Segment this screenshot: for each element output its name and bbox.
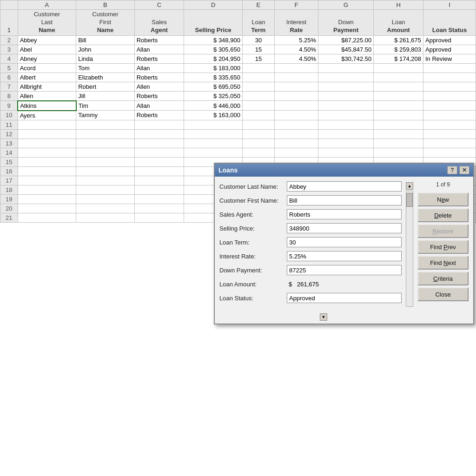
cell-i[interactable]	[423, 111, 476, 120]
find-prev-button[interactable]: Find Prev	[417, 240, 469, 254]
input-lt[interactable]	[287, 237, 402, 247]
cell-g[interactable]	[318, 91, 374, 101]
cell-i[interactable]	[423, 139, 476, 148]
cell-g[interactable]	[318, 139, 374, 148]
cell-c[interactable]: Roberts	[134, 111, 184, 120]
cell-h[interactable]: $ 174,208	[374, 54, 423, 63]
cell-c[interactable]: Roberts	[134, 35, 184, 45]
cell-c[interactable]	[134, 176, 184, 185]
cell-d[interactable]: $ 305,650	[184, 45, 243, 54]
cell-a[interactable]	[18, 139, 76, 148]
cell-h[interactable]	[374, 139, 423, 148]
col-header-c[interactable]: C	[134, 0, 184, 10]
input-ls[interactable]	[287, 293, 402, 303]
input-cfn[interactable]	[287, 195, 402, 205]
row-number[interactable]: 18	[0, 185, 18, 194]
cell-g[interactable]	[318, 63, 374, 73]
cell-i[interactable]	[423, 101, 476, 111]
cell-a[interactable]: Abbey	[18, 35, 76, 45]
cell-g[interactable]	[318, 129, 374, 139]
cell-d[interactable]: $ 335,650	[184, 73, 243, 82]
cell-i[interactable]	[423, 73, 476, 82]
cell-f[interactable]	[274, 63, 318, 73]
cell-c[interactable]	[134, 166, 184, 176]
cell-h[interactable]	[374, 120, 423, 129]
cell-f[interactable]: 4.50%	[274, 54, 318, 63]
row-number[interactable]: 5	[0, 63, 18, 73]
row-number[interactable]: 13	[0, 139, 18, 148]
row-number[interactable]: 6	[0, 73, 18, 82]
row-number[interactable]: 17	[0, 176, 18, 185]
cell-b[interactable]: Jill	[76, 91, 135, 101]
cell-h[interactable]	[374, 73, 423, 82]
cell-h[interactable]	[374, 111, 423, 120]
cell-d[interactable]	[184, 129, 243, 139]
cell-e[interactable]	[242, 120, 274, 129]
cell-a[interactable]	[18, 204, 76, 213]
row-number[interactable]: 9	[0, 101, 18, 111]
cell-f[interactable]: 5.25%	[274, 35, 318, 45]
cell-a[interactable]: Ayers	[18, 111, 76, 120]
row-number[interactable]: 10	[0, 111, 18, 120]
cell-b[interactable]	[76, 176, 135, 185]
cell-d[interactable]: $ 183,000	[184, 63, 243, 73]
cell-a[interactable]	[18, 120, 76, 129]
cell-a[interactable]: Abney	[18, 54, 76, 63]
scroll-down-arrow[interactable]: ▼	[320, 313, 327, 321]
scroll-track[interactable]	[406, 191, 413, 307]
cell-f[interactable]	[274, 129, 318, 139]
cell-e[interactable]: 30	[242, 35, 274, 45]
cell-e[interactable]: 15	[242, 54, 274, 63]
find-next-button[interactable]: Find Next	[417, 256, 469, 270]
restore-button[interactable]: Restore	[417, 224, 469, 238]
cell-i[interactable]	[423, 82, 476, 91]
input-sa[interactable]	[287, 209, 402, 219]
cell-a[interactable]: Acord	[18, 63, 76, 73]
col-header-e[interactable]: E	[242, 0, 274, 10]
cell-g[interactable]	[318, 101, 374, 111]
row-number[interactable]: 21	[0, 213, 18, 222]
row-number[interactable]: 14	[0, 148, 18, 157]
cell-b[interactable]: Linda	[76, 54, 135, 63]
input-sp[interactable]	[287, 223, 402, 233]
cell-i[interactable]	[423, 120, 476, 129]
cell-h[interactable]	[374, 129, 423, 139]
cell-c[interactable]	[134, 139, 184, 148]
cell-d[interactable]: $ 204,950	[184, 54, 243, 63]
col-header-g[interactable]: G	[318, 0, 374, 10]
cell-f[interactable]: 4.50%	[274, 45, 318, 54]
cell-i[interactable]: Approved	[423, 45, 476, 54]
cell-b[interactable]	[76, 148, 135, 157]
cell-e[interactable]	[242, 101, 274, 111]
cell-a[interactable]: Allen	[18, 91, 76, 101]
scroll-up-arrow[interactable]: ▲	[406, 182, 413, 190]
input-ir[interactable]	[287, 251, 402, 261]
cell-g[interactable]	[318, 148, 374, 157]
cell-e[interactable]	[242, 82, 274, 91]
cell-i[interactable]	[423, 148, 476, 157]
cell-a[interactable]	[18, 176, 76, 185]
cell-h[interactable]	[374, 101, 423, 111]
row-number[interactable]: 2	[0, 35, 18, 45]
cell-b[interactable]: Tammy	[76, 111, 135, 120]
cell-b[interactable]	[76, 157, 135, 166]
cell-h[interactable]	[374, 82, 423, 91]
cell-i[interactable]	[423, 91, 476, 101]
cell-b[interactable]: Tom	[76, 63, 135, 73]
cell-a[interactable]	[18, 148, 76, 157]
cell-e[interactable]	[242, 73, 274, 82]
cell-a[interactable]	[18, 213, 76, 222]
cell-b[interactable]: Tim	[76, 101, 135, 111]
cell-a[interactable]	[18, 185, 76, 194]
cell-b[interactable]	[76, 204, 135, 213]
col-header-h[interactable]: H	[374, 0, 423, 10]
row-number[interactable]: 4	[0, 54, 18, 63]
row-number[interactable]: 20	[0, 204, 18, 213]
row-number[interactable]: 7	[0, 82, 18, 91]
cell-g[interactable]: $45,847.50	[318, 45, 374, 54]
cell-d[interactable]: $ 446,000	[184, 101, 243, 111]
col-header-d[interactable]: D	[184, 0, 243, 10]
cell-h[interactable]	[374, 148, 423, 157]
cell-b[interactable]: Elizabeth	[76, 73, 135, 82]
cell-d[interactable]: $ 163,000	[184, 111, 243, 120]
